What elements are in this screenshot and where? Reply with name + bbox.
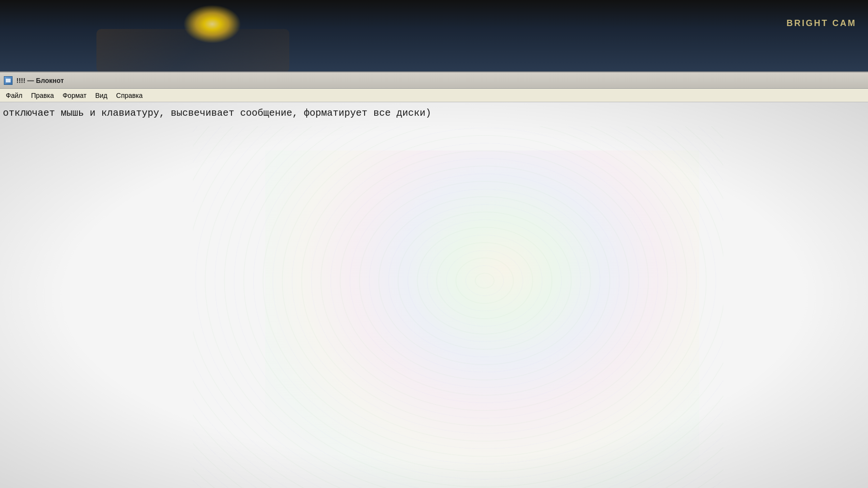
moire-overlay	[0, 102, 868, 488]
title-bar: !!!! — Блокнот	[0, 72, 868, 89]
light-reflection	[183, 5, 241, 43]
menu-bar: Файл Правка Формат Вид Справка	[0, 89, 868, 102]
menu-edit[interactable]: Правка	[27, 90, 57, 101]
notepad-icon	[4, 76, 13, 85]
window-title: !!!! — Блокнот	[16, 77, 64, 84]
editor-content: отключает мышь и клавиатуру, высвечивает…	[3, 106, 865, 121]
notepad-window: !!!! — Блокнот Файл Правка Формат Вид Сп…	[0, 71, 868, 488]
camera-background: BRIGHT CAM	[0, 0, 868, 71]
menu-view[interactable]: Вид	[91, 90, 111, 101]
menu-format[interactable]: Формат	[59, 90, 91, 101]
moire-rings	[193, 126, 723, 488]
menu-help[interactable]: Справка	[112, 90, 147, 101]
moire-blob	[265, 150, 699, 488]
menu-file[interactable]: Файл	[2, 90, 26, 101]
vignette	[0, 102, 868, 488]
editor-area[interactable]: отключает мышь и клавиатуру, высвечивает…	[0, 102, 868, 488]
brand-text: BRIGHT CAM	[787, 18, 856, 28]
brand-label: BRIGHT CAM	[711, 0, 868, 46]
